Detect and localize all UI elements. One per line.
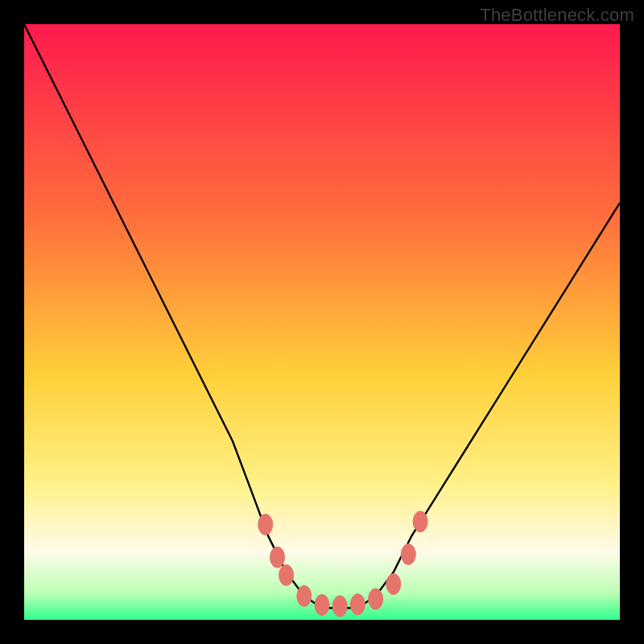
curve-marker [332,596,347,617]
curve-marker [297,585,312,606]
curve-marker [386,574,401,595]
curve-marker [369,588,383,609]
curve-marker [279,565,294,586]
curve-marker [315,595,329,616]
curve-marker [270,547,285,568]
watermark-text: TheBottleneck.com [480,5,634,26]
chart-svg [24,24,620,620]
gradient-background [24,24,620,620]
curve-marker [401,544,415,565]
curve-marker [258,514,273,535]
curve-marker [413,511,427,532]
chart-frame: TheBottleneck.com [0,0,644,644]
curve-marker [350,594,365,615]
